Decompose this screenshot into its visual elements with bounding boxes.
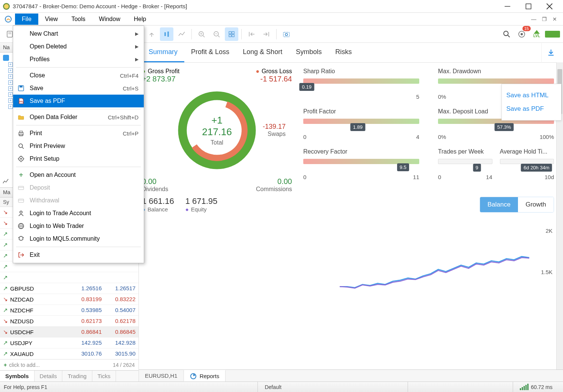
menu-save[interactable]: SaveCtrl+S — [13, 82, 144, 95]
bottom-tab-reports[interactable]: Reports — [184, 370, 226, 382]
svg-rect-50 — [18, 199, 24, 202]
menu-new-chart[interactable]: New Chart▶ — [13, 27, 144, 40]
market-watch-tabs: Symbols Details Trading Ticks — [0, 370, 138, 381]
rep-tab-longshort[interactable]: Long & Short — [236, 43, 289, 62]
tb-level-icon[interactable]: LVL — [530, 27, 543, 41]
menubar: File View Tools Window Help — ❐ ✕ — [0, 13, 563, 26]
svg-rect-38 — [20, 131, 23, 133]
mw-tab-details[interactable]: Details — [35, 371, 63, 381]
mw-tab-symbols[interactable]: Symbols — [0, 371, 35, 381]
svg-line-41 — [22, 147, 24, 149]
tb-grid-icon[interactable] — [225, 27, 238, 41]
toggle-balance[interactable]: Balance — [480, 197, 518, 212]
minimize-button[interactable] — [497, 0, 518, 13]
swaps-label: Swaps — [263, 131, 286, 137]
menu-file[interactable]: File — [15, 14, 38, 25]
dividends-label: Dividends — [142, 186, 168, 192]
menu-login-web[interactable]: Login to Web Trader — [13, 220, 144, 232]
maximize-button[interactable] — [518, 0, 539, 13]
svg-point-40 — [19, 144, 23, 148]
tb-line-icon[interactable] — [175, 27, 188, 41]
menu-print[interactable]: PrintCtrl+P — [13, 127, 144, 140]
market-watch-row[interactable]: ↘NZDCAD0.831990.83222 — [0, 294, 138, 305]
menu-withdrawal: Withdrawal — [13, 194, 144, 207]
symbols-count: 14 / 2624 — [113, 362, 135, 368]
market-watch-row[interactable]: ↘USDCHF0.868410.86845 — [0, 327, 138, 338]
tb-screenshot-icon[interactable] — [280, 27, 293, 41]
svg-point-25 — [504, 31, 508, 36]
tb-zoom-out-icon[interactable] — [210, 27, 223, 41]
gross-profit-label: Gross Profit — [142, 68, 179, 75]
total-label: Total — [196, 139, 239, 146]
menu-exit[interactable]: Exit — [13, 249, 144, 261]
app-menu-icon[interactable] — [4, 15, 13, 24]
menu-login-trade[interactable]: Login to Trade Account — [13, 207, 144, 220]
save-popup: Save as HTML Save as PDF — [501, 84, 561, 121]
download-button[interactable] — [541, 43, 560, 62]
menu-open-account[interactable]: +Open an Account — [13, 169, 144, 181]
mdi-minimize[interactable]: — — [530, 15, 537, 23]
menu-window[interactable]: Window — [92, 14, 127, 25]
notification-badge: 15 — [522, 26, 531, 31]
tb-scroll-left-icon[interactable] — [245, 27, 258, 41]
mw-tab-ticks[interactable]: Ticks — [92, 371, 116, 381]
save-as-html-link[interactable]: Save as HTML — [506, 89, 557, 102]
y-tick-1-5k: 1.5K — [541, 269, 552, 275]
rep-tab-pnl[interactable]: Profit & Loss — [184, 43, 236, 62]
svg-rect-5 — [7, 31, 12, 37]
market-watch-add[interactable]: +click to add... 14 / 2624 — [0, 359, 138, 370]
menu-print-setup[interactable]: Print Setup — [13, 152, 144, 165]
equity-value: 1 671.95 — [185, 196, 218, 206]
menu-close[interactable]: CloseCtrl+F4 — [13, 69, 144, 82]
rep-tab-symbols[interactable]: Symbols — [289, 43, 328, 62]
menu-open-data-folder[interactable]: Open Data FolderCtrl+Shift+D — [13, 111, 144, 124]
svg-rect-21 — [229, 35, 231, 37]
svg-line-26 — [508, 35, 510, 37]
balance-legend: Balance — [142, 206, 174, 213]
close-button[interactable] — [539, 0, 560, 13]
menu-tools[interactable]: Tools — [65, 14, 92, 25]
equity-chart: 2K 1.5K — [142, 220, 554, 295]
toggle-growth[interactable]: Growth — [518, 197, 554, 212]
market-watch-row[interactable]: ↗GBPUSD1.265161.26517 — [0, 283, 138, 294]
tb-candles-icon[interactable] — [160, 27, 173, 41]
titlebar: 37047847 - Broker-Demo: Demo Account - H… — [0, 0, 563, 13]
metric: Sharp Ratio0.195 — [303, 68, 419, 100]
bottom-tab-chart[interactable]: EURUSD,H1 — [139, 370, 184, 381]
file-menu-dropdown: New Chart▶ Open Deleted▶ Profiles▶ Close… — [13, 26, 144, 263]
rep-tab-summary[interactable]: Summary — [142, 43, 184, 62]
svg-point-43 — [20, 158, 22, 160]
market-watch-row[interactable]: ↗NZDCHF0.539850.54007 — [0, 305, 138, 316]
svg-rect-23 — [283, 32, 289, 37]
menu-open-deleted[interactable]: Open Deleted▶ — [13, 40, 144, 53]
market-watch-row[interactable]: ↗ — [0, 272, 138, 283]
market-watch-row[interactable]: ↗USDJPY142.925142.928 — [0, 338, 138, 348]
rep-tab-risks[interactable]: Risks — [328, 43, 358, 62]
connection-status-icon[interactable] — [545, 31, 560, 38]
metric: Trades per Week 9 014 Average Hold Ti...… — [438, 148, 554, 180]
menu-profiles[interactable]: Profiles▶ — [13, 53, 144, 66]
menu-deposit: Deposit — [13, 181, 144, 194]
menu-login-mql5[interactable]: Login to MQL5.community — [13, 232, 144, 245]
tb-shift-icon[interactable] — [145, 27, 158, 41]
tb-search-icon[interactable] — [500, 27, 513, 41]
signal-icon — [520, 384, 528, 390]
svg-point-28 — [521, 33, 523, 35]
market-watch-row[interactable]: ↗XAUAUD3010.763015.90 — [0, 348, 138, 359]
menu-save-as-pdf[interactable]: Save as PDF — [13, 95, 144, 107]
mw-tab-trading[interactable]: Trading — [62, 371, 92, 381]
tb-notifications-icon[interactable]: 15 — [515, 27, 528, 41]
tb-zoom-in-icon[interactable] — [195, 27, 208, 41]
menu-view[interactable]: View — [38, 14, 65, 25]
menu-print-preview[interactable]: Print Preview — [13, 140, 144, 152]
bottom-tabs: EURUSD,H1 Reports — [139, 369, 563, 381]
menu-help[interactable]: Help — [127, 14, 153, 25]
mdi-close[interactable]: ✕ — [551, 15, 558, 23]
save-as-pdf-link[interactable]: Save as PDF — [506, 102, 557, 116]
market-watch-row[interactable]: ↘NZDUSD0.621730.62178 — [0, 316, 138, 327]
mdi-restore[interactable]: ❐ — [540, 15, 548, 23]
gross-loss-label: Gross Loss — [256, 68, 292, 75]
equity-legend: Equity — [185, 206, 218, 213]
svg-rect-30 — [3, 55, 9, 61]
tb-scroll-right-icon[interactable] — [260, 27, 273, 41]
